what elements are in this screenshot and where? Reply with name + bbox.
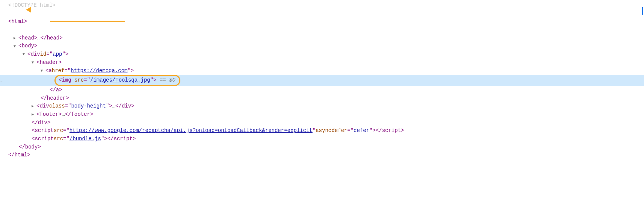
anchor-close-line[interactable]: </a> xyxy=(8,86,644,94)
expand-icon[interactable]: ▶ xyxy=(14,35,18,41)
collapse-icon[interactable]: ▼ xyxy=(14,44,18,50)
script-recaptcha-line[interactable]: <script src="https://www.google.com/reca… xyxy=(8,127,644,135)
header-close-line[interactable]: </header> xyxy=(8,94,644,103)
collapse-icon[interactable]: ▼ xyxy=(23,52,27,58)
script-src-link[interactable]: /bundle.js xyxy=(70,136,101,142)
body-close-line[interactable]: </body> xyxy=(8,143,644,152)
html-open-line[interactable]: <html> xyxy=(8,10,644,34)
html-tag: html xyxy=(11,18,24,26)
doctype-line[interactable]: <!DOCTYPE html> xyxy=(8,2,644,10)
header-open-line[interactable]: ▼<header> xyxy=(8,59,644,67)
expand-icon[interactable]: ▶ xyxy=(32,103,36,109)
body-height-line[interactable]: ▶<div class="body-height">…</div> xyxy=(8,102,644,111)
annotation-arrow xyxy=(31,10,125,34)
script-bundle-line[interactable]: <script src="/bundle.js"></script> xyxy=(8,135,644,143)
collapse-icon[interactable]: ▼ xyxy=(41,68,45,74)
selected-element-line[interactable]: … ▶<img src="/images/Toolsqa.jpg"> == $0 xyxy=(0,75,644,86)
gutter-ellipsis-icon[interactable]: … xyxy=(0,77,3,84)
annotation-highlight-oval: <img src="/images/Toolsqa.jpg"> == $0 xyxy=(54,75,180,86)
html-close-line[interactable]: </html> xyxy=(8,151,644,159)
footer-line[interactable]: ▶<footer>…</footer> xyxy=(8,111,644,119)
script-src-link[interactable]: https://www.google.com/recaptcha/api.js?… xyxy=(70,127,313,133)
expand-icon[interactable]: ▶ xyxy=(32,112,36,118)
selected-ref: == $0 xyxy=(157,77,175,83)
div-app-open-line[interactable]: ▼<div id="app"> xyxy=(8,50,644,59)
body-open-line[interactable]: ▼<body> xyxy=(8,42,644,50)
head-line[interactable]: ▶<head>…</head> xyxy=(8,34,644,42)
href-link[interactable]: https://demoqa.com xyxy=(71,68,127,74)
dom-tree: <!DOCTYPE html> <html> ▶<head>…</head> ▼… xyxy=(0,0,644,161)
div-app-close-line[interactable]: </div> xyxy=(8,119,644,127)
src-link[interactable]: /images/Toolsqa.jpg xyxy=(90,77,150,83)
anchor-open-line[interactable]: ▼<a href="https://demoqa.com"> xyxy=(8,67,644,75)
collapse-icon[interactable]: ▼ xyxy=(32,60,36,66)
doctype: <!DOCTYPE html> xyxy=(8,2,56,10)
